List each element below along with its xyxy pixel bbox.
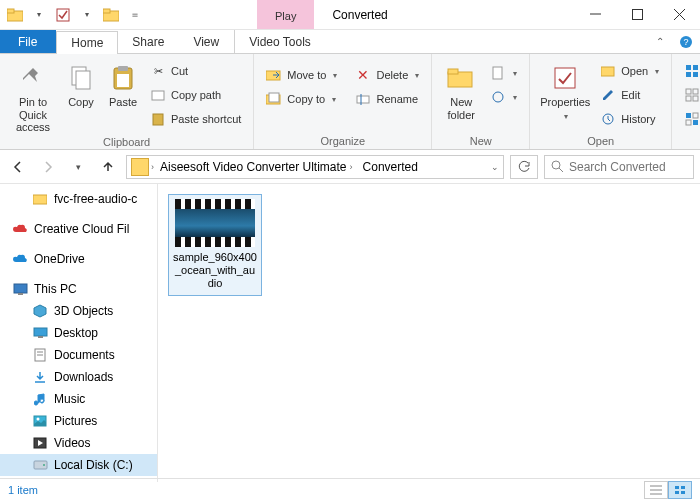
nav-item-local-disk[interactable]: Local Disk (C:) [0,454,157,476]
nav-item-this-pc[interactable]: This PC [0,278,157,300]
svg-rect-48 [38,336,43,338]
refresh-button[interactable] [510,155,538,179]
svg-rect-66 [675,491,679,494]
tab-view[interactable]: View [179,30,234,53]
nav-item-documents[interactable]: Documents [0,344,157,366]
maximize-button[interactable] [616,0,658,29]
new-folder-button[interactable]: New folder [438,58,484,121]
paste-button[interactable]: Paste [102,58,144,109]
svg-point-54 [37,418,40,421]
nav-item-fvc[interactable]: fvc-free-audio-c [0,188,157,210]
chevron-down-icon[interactable]: ⌄ [491,162,499,172]
ribbon-collapse-button[interactable]: ⌃ [648,30,672,53]
svg-rect-20 [269,93,279,102]
scissors-icon: ✂ [150,63,166,79]
svg-point-26 [493,92,503,102]
nav-item-videos[interactable]: Videos [0,432,157,454]
drive-icon [32,457,48,473]
tab-file[interactable]: File [0,30,56,53]
nav-item-creative-cloud[interactable]: Creative Cloud Fil [0,218,157,240]
nav-item-onedrive[interactable]: OneDrive [0,248,157,270]
properties-button[interactable]: Properties ▾ [536,58,594,121]
open-button[interactable]: Open▾ [594,60,665,82]
svg-rect-33 [693,72,698,77]
chevron-right-icon: › [350,162,353,172]
icons-view-button[interactable] [668,481,692,499]
copy-button[interactable]: Copy [60,58,102,109]
cut-button[interactable]: ✂Cut [144,60,247,82]
qat-overflow-icon[interactable]: ＝ [124,4,146,26]
onedrive-icon [12,251,28,267]
breadcrumb-segment[interactable]: Converted [359,160,422,174]
pin-to-quick-access-button[interactable]: Pin to Quick access [6,58,60,134]
creative-cloud-icon [12,221,28,237]
easy-access-button[interactable]: ▾ [484,86,523,108]
recent-locations-button[interactable]: ▾ [66,155,90,179]
move-to-button[interactable]: Move to▾ [260,64,343,86]
qat-dropdown-icon[interactable]: ▾ [28,4,50,26]
minimize-button[interactable] [574,0,616,29]
svg-rect-25 [493,67,502,79]
copy-to-button[interactable]: Copy to▾ [260,88,343,110]
svg-rect-21 [357,96,369,103]
svg-rect-47 [34,328,47,336]
svg-rect-56 [34,461,47,469]
file-item[interactable]: sample_960x400_ocean_with_audio [168,194,262,296]
nav-item-3d-objects[interactable]: 3D Objects [0,300,157,322]
file-list[interactable]: sample_960x400_ocean_with_audio [158,184,700,482]
tab-home[interactable]: Home [56,31,118,54]
new-folder-qat-icon[interactable] [100,4,122,26]
paste-shortcut-button[interactable]: Paste shortcut [144,108,247,130]
video-thumbnail [175,199,255,247]
tab-video-tools[interactable]: Video Tools [234,30,326,53]
delete-button[interactable]: ✕Delete▾ [349,64,425,86]
chevron-right-icon[interactable]: › [151,162,154,172]
chevron-down-icon: ▾ [513,69,517,78]
edit-button[interactable]: Edit [594,84,665,106]
search-box[interactable] [544,155,694,179]
nav-item-music[interactable]: Music [0,388,157,410]
delete-icon: ✕ [355,67,371,83]
downloads-icon [32,369,48,385]
select-none-button[interactable]: Select none [678,84,700,106]
videos-icon [32,435,48,451]
new-item-button[interactable]: ▾ [484,62,523,84]
select-all-button[interactable]: Select all [678,60,700,82]
breadcrumb-segment[interactable]: Aiseesoft Video Converter Ultimate› [156,160,357,174]
svg-rect-67 [681,491,685,494]
nav-item-pictures[interactable]: Pictures [0,410,157,432]
svg-rect-2 [57,9,69,21]
nav-item-desktop[interactable]: Desktop [0,322,157,344]
invert-selection-button[interactable]: Invert selection [678,108,700,130]
context-tab-play[interactable]: Play [257,0,314,29]
svg-text:?: ? [683,37,688,47]
forward-button[interactable] [36,155,60,179]
back-button[interactable] [6,155,30,179]
easy-access-icon [490,89,506,105]
ribbon: Pin to Quick access Copy Paste ✂Cut Copy… [0,54,700,150]
svg-rect-36 [686,96,691,101]
close-button[interactable] [658,0,700,29]
tab-share[interactable]: Share [118,30,179,53]
group-label-select: Select [678,133,700,147]
svg-rect-15 [117,74,129,87]
svg-rect-24 [448,69,458,74]
up-button[interactable] [96,155,120,179]
help-button[interactable]: ? [672,30,700,53]
chevron-down-icon: ▾ [333,71,337,80]
svg-rect-46 [18,293,23,295]
copy-path-button[interactable]: Copy path [144,84,247,106]
rename-button[interactable]: Rename [349,88,425,110]
navigation-pane: fvc-free-audio-c Creative Cloud Fil OneD… [0,184,158,482]
properties-qat-icon[interactable] [52,4,74,26]
svg-rect-17 [153,114,163,125]
history-button[interactable]: History [594,108,665,130]
chevron-down-icon: ▾ [513,93,517,102]
breadcrumb[interactable]: › Aiseesoft Video Converter Ultimate› Co… [126,155,504,179]
qat-dropdown2-icon[interactable]: ▾ [76,4,98,26]
nav-item-downloads[interactable]: Downloads [0,366,157,388]
group-label-open: Open [536,133,665,147]
search-input[interactable] [569,160,679,174]
details-view-button[interactable] [644,481,668,499]
this-pc-icon [12,281,28,297]
